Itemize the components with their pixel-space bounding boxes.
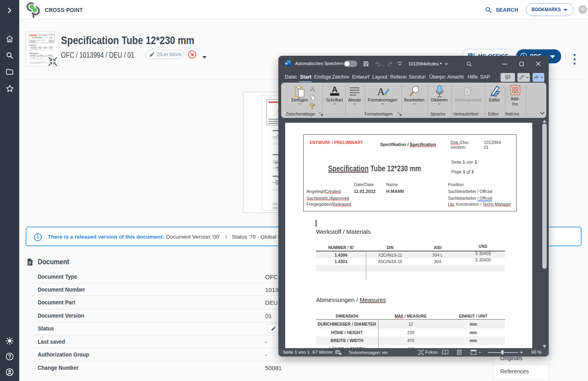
svg-text:G: G (473, 53, 475, 56)
svg-text:W: W (285, 62, 288, 65)
svg-text:A: A (332, 85, 337, 94)
